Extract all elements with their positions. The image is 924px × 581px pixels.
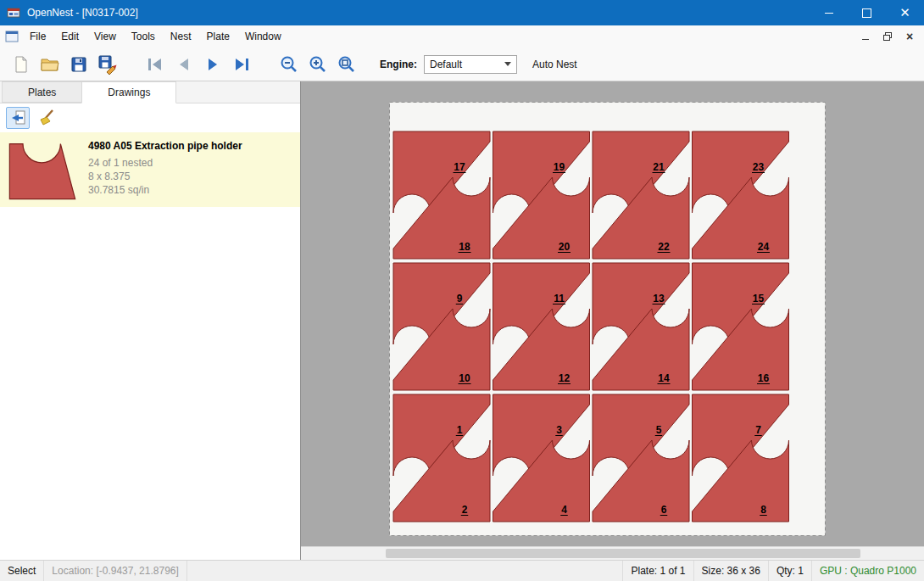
save-as-button[interactable] [93,52,122,77]
open-button[interactable] [36,52,64,77]
auto-nest-button[interactable]: Auto Nest [532,59,577,70]
mdi-close-icon: × [906,30,913,43]
menu-tools[interactable]: Tools [124,25,163,47]
mdi-document-icon[interactable] [5,30,19,43]
minimize-icon [825,13,833,14]
broom-icon [37,109,56,127]
menu-edit[interactable]: Edit [53,25,86,47]
part-number: 3 [556,424,562,436]
drawing-item-info: 4980 A05 Extraction pipe holder 24 of 1 … [88,138,242,201]
status-gpu: GPU : Quadro P1000 [811,561,924,581]
engine-value: Default [430,59,462,70]
zoom-fit-button[interactable] [332,52,361,77]
tab-plates[interactable]: Plates [2,81,82,103]
drawing-title: 4980 A05 Extraction pipe holder [88,140,242,152]
mdi-restore-button[interactable] [877,25,899,47]
menubar: File Edit View Tools Nest Plate Window × [0,25,924,47]
save-edit-icon [97,54,118,75]
part-number: 14 [658,372,670,384]
part-number: 10 [459,372,470,384]
titlebar: OpenNest - [N0317-002] ✕ [0,0,924,25]
part-number: 13 [653,293,665,304]
engine-select[interactable]: Default [424,55,517,74]
part-number: 18 [459,241,470,253]
show-on-plate-button[interactable] [6,107,30,129]
part-number: 11 [554,293,565,304]
nest-pair[interactable]: 2122 [593,131,689,259]
toolbar-separator [122,64,141,64]
first-arrow-icon [145,55,165,74]
zoom-in-icon [308,54,328,75]
menu-view[interactable]: View [86,25,124,47]
part-number: 8 [760,504,766,516]
status-plate: Plate: 1 of 1 [622,561,693,581]
chevron-down-icon [504,62,511,66]
new-file-icon [12,55,31,74]
nest-pair[interactable]: 1920 [493,131,590,259]
clear-broom-button[interactable] [35,107,58,129]
menu-file[interactable]: File [22,25,53,47]
menu-plate[interactable]: Plate [199,25,237,47]
mdi-minimize-icon [862,39,869,40]
previous-plate-button[interactable] [170,52,198,77]
drawing-dimensions: 8 x 8.375 [88,170,242,183]
part-number: 1 [457,424,463,436]
part-number: 7 [755,424,761,436]
nest-pair[interactable]: 2324 [693,131,789,259]
nest-pair[interactable]: 910 [393,263,490,390]
drawing-list-item[interactable]: 4980 A05 Extraction pipe holder 24 of 1 … [0,132,300,207]
mdi-minimize-button[interactable] [854,25,877,47]
horizontal-scrollbar[interactable] [301,546,924,560]
window-title: OpenNest - [N0317-002] [27,7,138,19]
part-number: 23 [753,161,765,173]
app-icon[interactable] [7,6,20,20]
status-spacer [187,561,622,581]
save-button[interactable] [64,52,93,77]
part-number: 4 [561,504,567,516]
plate-svg[interactable]: 171819202122232491011121314151612345678 [389,102,826,536]
part-number: 9 [457,293,463,304]
open-folder-icon [40,54,60,75]
part-number: 6 [661,504,667,516]
nest-pair[interactable]: 1718 [393,131,490,259]
nest-pair[interactable]: 1516 [693,263,789,390]
zoom-out-icon [279,54,299,75]
close-button[interactable]: ✕ [886,0,924,25]
part-number: 12 [559,372,571,384]
mdi-restore-icon [882,31,893,42]
nest-pair[interactable]: 78 [693,394,789,522]
part-number: 15 [753,293,765,304]
zoom-in-button[interactable] [303,52,332,77]
maximize-button[interactable] [848,0,886,25]
nest-pair[interactable]: 1314 [593,263,689,390]
nest-canvas[interactable]: 171819202122232491011121314151612345678 [301,81,924,560]
drawings-toolbar [0,103,300,132]
last-plate-button[interactable] [227,52,256,77]
tab-drawings[interactable]: Drawings [81,81,176,103]
part-number: 19 [554,161,565,173]
close-icon: ✕ [899,5,910,20]
zoom-out-button[interactable] [275,52,303,77]
scrollbar-thumb[interactable] [386,549,860,558]
main-area: Plates Drawings 4 [0,81,924,560]
menu-nest[interactable]: Nest [163,25,199,47]
drawing-nested-count: 24 of 1 nested [88,156,242,170]
new-button[interactable] [7,52,36,77]
part-number: 17 [454,161,465,173]
statusbar: Select Location: [-0.9437, 21.8796] Plat… [0,560,924,581]
previous-arrow-icon [174,55,194,74]
nest-pair[interactable]: 1112 [493,263,590,390]
mdi-close-button[interactable]: × [899,25,921,47]
drawing-area: 30.7815 sq/in [88,183,242,197]
first-plate-button[interactable] [141,52,170,77]
part-number: 20 [559,241,571,253]
zoom-fit-icon [337,54,357,75]
next-plate-button[interactable] [198,52,227,77]
status-mode: Select [0,561,44,581]
nest-pair[interactable]: 34 [493,394,590,522]
nest-pair[interactable]: 56 [593,394,689,522]
minimize-button[interactable] [810,0,848,25]
nest-pair[interactable]: 12 [393,394,490,522]
menu-window[interactable]: Window [237,25,289,47]
part-number: 21 [653,161,665,173]
